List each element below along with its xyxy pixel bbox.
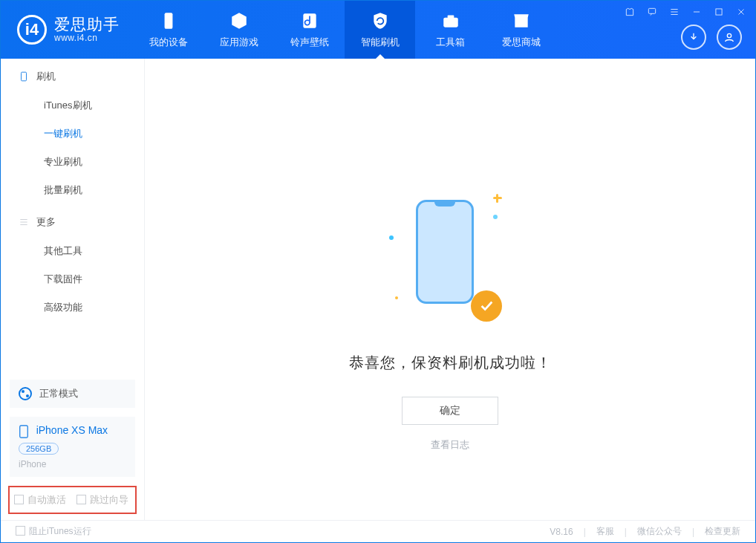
header: i4 爱思助手 www.i4.cn 我的设备 应用游戏 铃声壁纸 智能刷机 xyxy=(1,1,755,59)
sparkle-icon xyxy=(493,194,499,200)
tab-toolbox[interactable]: 工具箱 xyxy=(415,1,486,59)
sidebar-section-flash: 刷机 xyxy=(1,62,144,91)
version-label: V8.16 xyxy=(550,527,573,537)
header-action-area xyxy=(681,25,742,50)
sidebar: 刷机 iTunes刷机 一键刷机 专业刷机 批量刷机 更多 其他工具 下载固件 … xyxy=(1,59,145,520)
app-title: 爱思助手 xyxy=(54,16,120,33)
feedback-icon[interactable] xyxy=(645,5,659,19)
logo-icon: i4 xyxy=(17,15,47,45)
svg-point-6 xyxy=(727,33,731,37)
minimize-icon[interactable] xyxy=(690,5,703,19)
dot-decor xyxy=(395,296,398,299)
svg-rect-7 xyxy=(22,72,27,81)
maximize-icon[interactable] xyxy=(712,5,726,19)
checkbox-label: 自动激活 xyxy=(27,494,66,505)
sidebar-item-oneclick-flash[interactable]: 一键刷机 xyxy=(1,120,144,148)
list-icon xyxy=(19,217,29,227)
sidebar-item-batch-flash[interactable]: 批量刷机 xyxy=(1,176,144,204)
svg-rect-3 xyxy=(447,15,454,18)
checkbox-label: 跳过向导 xyxy=(90,494,128,505)
tab-apps-games[interactable]: 应用游戏 xyxy=(203,1,274,59)
device-type: iPhone xyxy=(19,459,126,469)
checkmark-badge-icon xyxy=(471,290,502,322)
sidebar-item-pro-flash[interactable]: 专业刷机 xyxy=(1,148,144,176)
checkbox-block-itunes[interactable]: 阻止iTunes运行 xyxy=(16,525,91,538)
tab-label: 铃声壁纸 xyxy=(290,36,329,49)
svg-rect-2 xyxy=(443,17,458,27)
device-name: iPhone XS Max xyxy=(36,424,108,436)
ok-button[interactable]: 确定 xyxy=(402,397,498,425)
tab-label: 智能刷机 xyxy=(361,36,400,49)
tab-label: 爱思商城 xyxy=(502,36,541,49)
device-icon xyxy=(159,11,178,30)
tab-smart-flash[interactable]: 智能刷机 xyxy=(345,1,415,59)
status-bar: 阻止iTunes运行 V8.16 | 客服 | 微信公众号 | 检查更新 xyxy=(1,520,755,542)
tab-label: 应用游戏 xyxy=(220,36,258,49)
toolbox-icon xyxy=(441,11,460,30)
phone-outline-icon xyxy=(19,71,29,82)
sidebar-item-download-firmware[interactable]: 下载固件 xyxy=(1,265,144,293)
phone-graphic xyxy=(416,200,474,304)
svg-rect-0 xyxy=(164,13,172,29)
section-label: 更多 xyxy=(36,215,56,229)
wechat-link[interactable]: 微信公众号 xyxy=(637,525,682,538)
svg-rect-5 xyxy=(716,9,722,15)
sidebar-item-advanced[interactable]: 高级功能 xyxy=(1,293,144,322)
shield-refresh-icon xyxy=(371,11,390,30)
download-button[interactable] xyxy=(681,25,706,50)
app-subtitle: www.i4.cn xyxy=(54,33,120,44)
main-pane: 恭喜您，保资料刷机成功啦！ 确定 查看日志 xyxy=(145,59,755,520)
app-window: i4 爱思助手 www.i4.cn 我的设备 应用游戏 铃声壁纸 智能刷机 xyxy=(0,0,756,543)
store-icon xyxy=(512,11,531,30)
cube-icon xyxy=(229,11,249,30)
tab-my-device[interactable]: 我的设备 xyxy=(133,1,203,59)
sidebar-section-more: 更多 xyxy=(1,207,144,237)
activation-options-highlight: 自动激活 跳过向导 xyxy=(8,486,137,514)
skin-icon[interactable] xyxy=(623,5,636,19)
close-icon[interactable] xyxy=(734,5,748,19)
checkbox-label: 阻止iTunes运行 xyxy=(29,526,91,536)
tab-label: 工具箱 xyxy=(436,36,465,49)
customer-service-link[interactable]: 客服 xyxy=(596,525,614,538)
mode-card[interactable]: 正常模式 xyxy=(10,380,135,408)
check-update-link[interactable]: 检查更新 xyxy=(705,525,740,538)
success-message: 恭喜您，保资料刷机成功啦！ xyxy=(349,353,552,373)
svg-rect-4 xyxy=(648,8,655,13)
tab-store[interactable]: 爱思商城 xyxy=(486,1,556,59)
dot-decor xyxy=(389,235,394,240)
user-button[interactable] xyxy=(717,25,742,50)
nav-tabs: 我的设备 应用游戏 铃声壁纸 智能刷机 工具箱 爱思商城 xyxy=(133,1,556,59)
device-card[interactable]: iPhone XS Max 256GB iPhone xyxy=(10,417,135,477)
mode-icon xyxy=(19,387,32,400)
menu-icon[interactable] xyxy=(668,5,681,19)
mode-label: 正常模式 xyxy=(39,387,78,400)
view-log-link[interactable]: 查看日志 xyxy=(431,438,469,452)
body: 刷机 iTunes刷机 一键刷机 专业刷机 批量刷机 更多 其他工具 下载固件 … xyxy=(1,59,755,520)
sidebar-item-other-tools[interactable]: 其他工具 xyxy=(1,237,144,265)
checkbox-skip-guide[interactable]: 跳过向导 xyxy=(76,493,128,507)
sidebar-item-itunes-flash[interactable]: iTunes刷机 xyxy=(1,91,144,120)
dot-decor xyxy=(493,215,498,219)
device-storage: 256GB xyxy=(19,443,59,455)
window-controls xyxy=(623,5,748,19)
phone-icon xyxy=(19,425,29,438)
section-label: 刷机 xyxy=(36,70,56,83)
checkbox-auto-activate[interactable]: 自动激活 xyxy=(14,493,66,507)
tab-ringtone-wallpaper[interactable]: 铃声壁纸 xyxy=(274,1,345,59)
success-illustration xyxy=(405,200,495,319)
music-icon xyxy=(300,11,319,30)
tab-label: 我的设备 xyxy=(149,36,188,49)
svg-rect-8 xyxy=(20,426,28,438)
logo: i4 爱思助手 www.i4.cn xyxy=(1,1,133,59)
